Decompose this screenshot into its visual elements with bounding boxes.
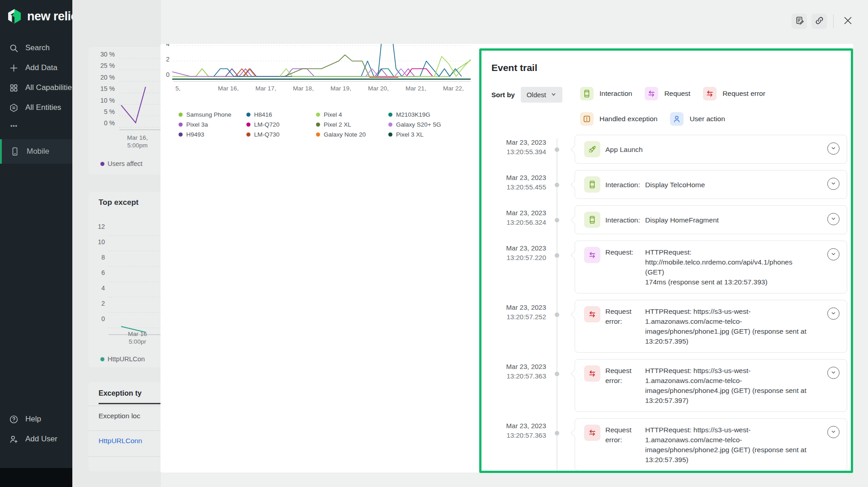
dots-icon <box>9 121 19 131</box>
legend-dot <box>246 113 250 117</box>
legend-entry: LM-Q730 <box>246 131 316 138</box>
newrelic-logo[interactable]: new relic <box>0 0 72 26</box>
event-date: Mar 23, 2023 <box>487 137 546 147</box>
arrows-icon <box>703 87 717 100</box>
exception-link[interactable]: HttpURLConn <box>99 437 142 445</box>
event-timestamp: Mar 23, 202313:20:55.455 <box>487 170 546 199</box>
event-card[interactable]: Interaction:Display HomeFragment <box>575 205 847 234</box>
logo-text: new relic <box>27 9 72 24</box>
card-notch <box>571 310 579 318</box>
event-date: Mar 23, 2023 <box>487 243 546 253</box>
event-card[interactable]: Request error:HTTPRequest: https://s3-us… <box>575 418 847 471</box>
event-time: 13:20:57.220 <box>487 253 546 262</box>
sidebar-item-mobile[interactable]: Mobile <box>0 139 72 164</box>
chevron-down-icon <box>830 145 837 153</box>
sidebar-item-[interactable] <box>0 118 72 134</box>
sidebar-item-add-user[interactable]: Add User <box>0 429 72 449</box>
event-date: Mar 23, 2023 <box>487 303 546 312</box>
event-card[interactable]: Request:HTTPRequest: http://mobile.telco… <box>575 241 847 293</box>
legend-column: H8416LM-Q720LM-Q730 <box>246 111 316 138</box>
svg-text:2: 2 <box>166 56 170 63</box>
bang-icon <box>580 112 594 126</box>
event-trail-title: Event trail <box>491 62 851 73</box>
event-row: Mar 23, 202313:20:57.363Request error:HT… <box>481 359 851 412</box>
legend-label: H8416 <box>254 111 272 118</box>
svg-text:25 %: 25 % <box>100 62 115 69</box>
x-axis-tick: Mar 21,5:00pm <box>396 85 436 92</box>
event-row: Mar 23, 202313:20:55.394App Launch <box>481 135 851 164</box>
sidebar: new relic SearchAdd DataAll Capabilities… <box>0 0 72 487</box>
svg-text:15 %: 15 % <box>100 85 115 92</box>
chevron-down-icon <box>830 310 837 318</box>
x-axis-tick: Mar 19,5:00pm <box>321 85 361 92</box>
event-label: Request error: <box>605 425 640 445</box>
chevron-down-icon <box>830 428 837 436</box>
event-row: Mar 23, 202313:20:56.324Interaction:Disp… <box>481 205 851 234</box>
event-card[interactable]: Interaction:Display TelcoHome <box>575 170 847 199</box>
expand-event-button[interactable] <box>827 307 840 320</box>
expand-event-button[interactable] <box>827 367 840 379</box>
expand-event-button[interactable] <box>827 426 840 438</box>
legend-dot <box>316 132 320 137</box>
event-time: 13:20:55.394 <box>487 147 546 156</box>
legend-label: LM-Q720 <box>254 121 279 128</box>
toolbar-divider <box>833 14 834 28</box>
tab-exception-type[interactable]: Exception ty <box>99 389 142 397</box>
timeline-dot <box>555 218 559 222</box>
event-trail-panel: Event trail Sort by Oldest InteractionRe… <box>479 48 853 473</box>
edit-note-button[interactable] <box>792 14 807 29</box>
event-text: HTTPRequest: https://s3-us-west- 1.amazo… <box>645 425 807 465</box>
event-type-legend-request-error: Request error <box>703 87 765 100</box>
device-legend: Samsung PhonePixel 3aH9493H8416LM-Q720LM… <box>179 111 461 138</box>
event-date: Mar 23, 2023 <box>487 208 546 217</box>
timeline-dot <box>555 431 559 435</box>
event-type-label: User action <box>689 115 725 123</box>
arrows-icon <box>584 425 600 441</box>
person-icon <box>670 112 684 126</box>
event-timestamp: Mar 23, 202313:20:57.363 <box>487 359 546 412</box>
legend-entry: Samsung Phone <box>179 111 246 118</box>
x-axis-tick: Mar 20,5:00pm <box>358 85 399 92</box>
event-card-body: Interaction:Display HomeFragment <box>584 212 840 228</box>
timeline-dot <box>555 372 559 376</box>
legend-entry: Pixel 3 XL <box>388 131 461 138</box>
sidebar-bottom-strip <box>0 468 72 487</box>
copy-link-button[interactable] <box>811 14 827 29</box>
expand-event-button[interactable] <box>827 142 840 155</box>
event-label: Interaction: <box>605 215 640 225</box>
mobile-icon <box>10 147 20 156</box>
sort-by-dropdown[interactable]: Oldest <box>521 87 562 103</box>
close-icon <box>843 16 853 27</box>
sidebar-nav: SearchAdd DataAll CapabilitiesAll Entiti… <box>0 38 72 134</box>
legend-dot <box>100 357 104 361</box>
sidebar-item-all-capabilities[interactable]: All Capabilities <box>0 78 72 98</box>
legend-entry: Pixel 2 XL <box>316 121 388 128</box>
expand-event-button[interactable] <box>827 213 840 225</box>
svg-text:5 %: 5 % <box>104 108 115 115</box>
legend-label: Pixel 3a <box>186 121 208 128</box>
sidebar-item-add-data[interactable]: Add Data <box>0 58 72 78</box>
expand-event-button[interactable] <box>827 178 840 190</box>
event-time: 13:20:56.324 <box>487 217 546 227</box>
event-timestamp: Mar 23, 202313:20:57.252 <box>487 300 546 353</box>
expand-event-button[interactable] <box>827 248 840 260</box>
svg-text:12: 12 <box>98 223 105 230</box>
legend-dot <box>388 113 392 117</box>
event-row: Mar 23, 202313:20:57.363Request error:HT… <box>481 418 851 471</box>
card-notch <box>571 216 579 224</box>
top-exceptions-title: Top except <box>99 198 138 207</box>
event-text: HTTPRequest: https://s3-us-west- 1.amazo… <box>645 365 807 406</box>
event-card[interactable]: Request error:HTTPRequest: https://s3-us… <box>575 300 847 353</box>
sidebar-item-label: Search <box>25 43 50 52</box>
legend-label: Samsung Phone <box>186 111 231 118</box>
card-notch <box>571 369 579 378</box>
event-card[interactable]: Request error:HTTPRequest: https://s3-us… <box>575 359 847 412</box>
svg-text:0: 0 <box>101 315 105 322</box>
sidebar-item-search[interactable]: Search <box>0 38 72 58</box>
sidebar-item-help[interactable]: Help <box>0 409 72 429</box>
legend-dot <box>246 132 250 137</box>
crash-by-device-chart: 420 <box>160 44 472 84</box>
sidebar-item-all-entities[interactable]: All Entities <box>0 98 72 118</box>
event-card[interactable]: App Launch <box>575 135 847 164</box>
close-modal-button[interactable] <box>840 14 855 29</box>
